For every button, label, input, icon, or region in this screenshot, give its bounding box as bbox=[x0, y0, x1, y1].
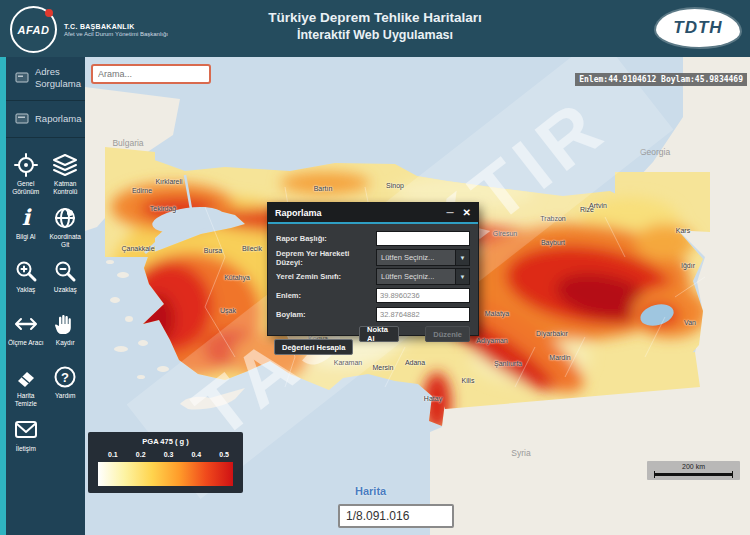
page-title-line2: İnteraktif Web Uygulaması bbox=[0, 28, 750, 42]
tool-label: Genel Görünüm bbox=[6, 180, 46, 196]
tdth-logo-text: TDTH bbox=[673, 18, 722, 38]
motion-level-value: Lütfen Seçiniz... bbox=[377, 250, 455, 265]
address-query-icon bbox=[15, 69, 29, 87]
minimize-icon[interactable]: ─ bbox=[447, 208, 454, 218]
legend-tick: 0.3 bbox=[164, 451, 174, 458]
map-area[interactable]: TASLAKTIR BulgariaGeorgiaSyriaEdirneKırk… bbox=[85, 57, 750, 535]
overview-icon bbox=[14, 152, 38, 178]
contact-icon bbox=[14, 417, 38, 443]
dialog-titlebar[interactable]: Raporlama ─ ✕ bbox=[268, 203, 478, 222]
globe-icon bbox=[53, 205, 77, 231]
tool-overview[interactable]: Genel Görünüm bbox=[6, 152, 46, 205]
sidebar-item-adres-sorgulama[interactable]: Adres Sorgulama bbox=[6, 57, 85, 101]
info-icon: i bbox=[14, 205, 38, 231]
help-icon: ? bbox=[53, 364, 77, 390]
basemap-label[interactable]: Harita bbox=[355, 485, 386, 497]
scale-bar: 200 km bbox=[647, 461, 740, 480]
tool-erase[interactable]: Harita Temizle bbox=[6, 364, 46, 417]
motion-level-label: Deprem Yer Hareketi Düzeyi: bbox=[276, 249, 376, 267]
soil-class-select[interactable]: Lütfen Seçiniz... ▼ bbox=[376, 268, 470, 285]
tool-label: Katman Kontrolü bbox=[46, 180, 86, 196]
search-input[interactable] bbox=[91, 64, 211, 84]
legend-tick: 0.1 bbox=[108, 451, 118, 458]
soil-class-value: Lütfen Seçiniz... bbox=[377, 269, 455, 284]
tool-pan[interactable]: Kaydır bbox=[46, 311, 86, 364]
motion-level-select[interactable]: Lütfen Seçiniz... ▼ bbox=[376, 249, 470, 266]
edit-button[interactable]: Düzenle bbox=[425, 326, 470, 342]
measure-icon bbox=[13, 311, 39, 337]
dialog-body: Rapor Başlığı: Deprem Yer Hareketi Düzey… bbox=[268, 224, 478, 346]
erase-icon bbox=[13, 364, 39, 390]
report-title-input[interactable] bbox=[376, 231, 470, 246]
sidebar-item-raporlama[interactable]: Raporlama bbox=[6, 101, 85, 138]
cursor-coordinates-readout: Enlem:44.9104612 Boylam:45.9834469 bbox=[575, 73, 747, 86]
legend-ticks: 0.10.20.30.40.5 bbox=[88, 451, 243, 458]
layers-icon bbox=[52, 152, 78, 178]
tool-zoom-in[interactable]: Yaklaş bbox=[6, 258, 46, 311]
tool-label: Kaydır bbox=[56, 339, 75, 347]
zoom-in-icon bbox=[14, 258, 38, 284]
tool-label: İletişim bbox=[16, 445, 36, 453]
tool-label: Uzaklaş bbox=[54, 286, 77, 294]
report-title-label: Rapor Başlığı: bbox=[276, 234, 376, 243]
longitude-label: Boylam: bbox=[276, 310, 376, 319]
tool-label: Harita Temizle bbox=[6, 392, 46, 408]
tool-label: Bilgi Al bbox=[16, 233, 36, 241]
svg-text:?: ? bbox=[61, 370, 69, 385]
report-icon bbox=[15, 110, 29, 128]
soil-class-label: Yerel Zemin Sınıfı: bbox=[276, 272, 376, 281]
chevron-down-icon[interactable]: ▼ bbox=[455, 269, 469, 284]
app-header: AFAD T.C. BAŞBAKANLIK Afet ve Acil Durum… bbox=[0, 0, 750, 57]
sidebar: Adres Sorgulama Raporlama Genel GörünümK… bbox=[0, 57, 85, 535]
tool-measure[interactable]: Ölçme Aracı bbox=[6, 311, 46, 364]
chevron-down-icon[interactable]: ▼ bbox=[455, 250, 469, 265]
page-title: Türkiye Deprem Tehlike Haritaları İntera… bbox=[0, 10, 750, 42]
pan-icon bbox=[53, 311, 77, 337]
sidebar-item-label: Adres Sorgulama bbox=[35, 66, 81, 91]
dialog-title: Raporlama bbox=[275, 208, 438, 218]
close-icon[interactable]: ✕ bbox=[463, 208, 471, 218]
tool-label: Ölçme Aracı bbox=[8, 339, 43, 347]
tool-zoom-out[interactable]: Uzaklaş bbox=[46, 258, 86, 311]
sidebar-tool-grid: Genel GörünümKatman KontrolüiBilgi AlKoo… bbox=[6, 152, 85, 470]
zoom-out-icon bbox=[53, 258, 77, 284]
tool-label: Koordinata Git bbox=[46, 233, 86, 249]
sidebar-item-label: Raporlama bbox=[35, 113, 81, 125]
scale-ratio-input[interactable] bbox=[338, 504, 454, 528]
tool-layers[interactable]: Katman Kontrolü bbox=[46, 152, 86, 205]
get-point-button[interactable]: Nokta Al bbox=[359, 326, 399, 342]
latitude-input[interactable] bbox=[376, 288, 470, 303]
tool-help[interactable]: ?Yardım bbox=[46, 364, 86, 417]
tool-label: Yardım bbox=[55, 392, 75, 400]
scale-bar-label: 200 km bbox=[647, 461, 740, 472]
svg-text:i: i bbox=[22, 206, 33, 230]
tool-info[interactable]: iBilgi Al bbox=[6, 205, 46, 258]
legend-tick: 0.2 bbox=[136, 451, 146, 458]
sidebar-accent-strip bbox=[0, 57, 6, 535]
legend-tick: 0.4 bbox=[191, 451, 201, 458]
legend: PGA 475 ( g ) 0.10.20.30.40.5 bbox=[88, 432, 243, 493]
tool-label: Yaklaş bbox=[16, 286, 35, 294]
latitude-label: Enlem: bbox=[276, 291, 376, 300]
legend-tick: 0.5 bbox=[219, 451, 229, 458]
page-title-line1: Türkiye Deprem Tehlike Haritaları bbox=[0, 10, 750, 25]
raporlama-dialog: Raporlama ─ ✕ Rapor Başlığı: Deprem Yer … bbox=[268, 203, 478, 335]
legend-title: PGA 475 ( g ) bbox=[88, 437, 243, 446]
scale-bar-line bbox=[654, 473, 733, 476]
tool-globe[interactable]: Koordinata Git bbox=[46, 205, 86, 258]
legend-gradient-bar bbox=[98, 462, 233, 486]
longitude-input[interactable] bbox=[376, 307, 470, 322]
tool-contact[interactable]: İletişim bbox=[6, 417, 46, 470]
calculate-values-button[interactable]: Değerleri Hesapla bbox=[274, 339, 353, 355]
